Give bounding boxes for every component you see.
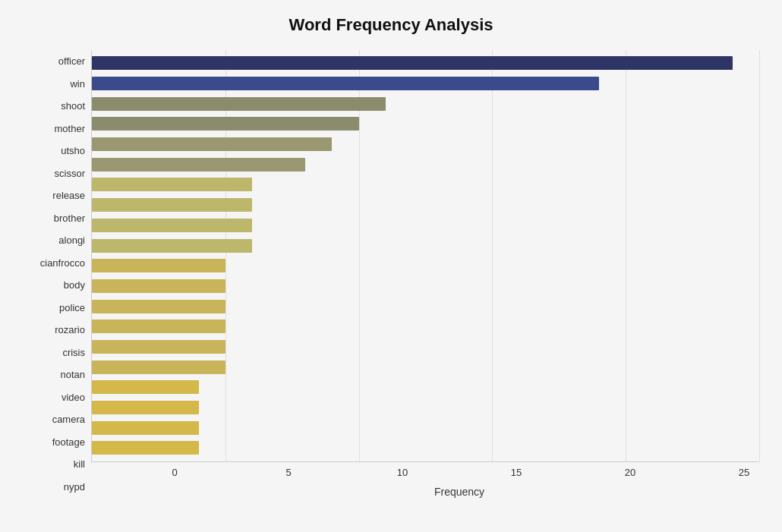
y-label: win [23, 74, 85, 93]
y-label: video [23, 387, 85, 407]
chart-container: Word Frequency Analysis officerwinshootm… [0, 0, 782, 532]
y-axis: officerwinshootmotherutshoscissorrelease… [23, 50, 91, 498]
y-label: mother [23, 118, 85, 138]
bar-row [92, 156, 759, 173]
chart-title: Word Frequency Analysis [23, 15, 759, 35]
bar [92, 360, 225, 374]
bar-row [92, 257, 759, 274]
bar [92, 279, 225, 293]
y-label: camera [23, 410, 85, 430]
bar-row [92, 420, 759, 436]
y-label: notan [23, 365, 85, 385]
bar [92, 259, 225, 272]
bottom-section: 0510152025 Frequency [159, 462, 759, 498]
bar [92, 441, 199, 455]
bar-row [92, 318, 759, 335]
y-label: alongi [23, 231, 85, 250]
y-label: police [23, 297, 85, 317]
bar [92, 380, 199, 394]
y-label: shoot [23, 96, 85, 116]
y-label: release [23, 186, 85, 206]
bar [92, 421, 199, 435]
y-label: rozario [23, 320, 85, 340]
bar-row [92, 115, 759, 132]
x-axis-labels: 0510152025 [159, 467, 759, 478]
y-label: crisis [23, 342, 85, 362]
bar [92, 56, 733, 70]
y-label: kill [23, 455, 85, 474]
bar [92, 137, 332, 151]
bar [92, 300, 225, 313]
x-axis-title: Frequency [159, 486, 759, 498]
chart-area: officerwinshootmotherutshoscissorrelease… [23, 50, 759, 498]
bar-row [92, 96, 759, 112]
bar [92, 198, 252, 212]
bar-row [92, 298, 759, 315]
bar-row [92, 278, 759, 294]
grid-line [759, 50, 760, 461]
x-tick-label: 5 [273, 467, 304, 478]
bar [92, 158, 305, 172]
y-label: utsho [23, 141, 85, 161]
bar [92, 340, 225, 354]
bar [92, 97, 386, 111]
bar [92, 320, 225, 333]
bar-row [92, 338, 759, 355]
x-tick-label: 0 [159, 467, 190, 478]
bar [92, 117, 359, 131]
bar [92, 178, 252, 191]
bar-row [92, 399, 759, 416]
x-tick-label: 25 [729, 467, 759, 478]
y-label: scissor [23, 163, 85, 183]
y-label: nypd [23, 477, 85, 496]
y-label: footage [23, 432, 85, 452]
y-label: body [23, 275, 85, 295]
bar-row [92, 238, 759, 254]
bars-area [92, 50, 759, 461]
bar-row [92, 75, 759, 92]
x-tick-label: 15 [501, 467, 531, 478]
bar-row [92, 197, 759, 213]
bar-row [92, 379, 759, 395]
bar-row [92, 136, 759, 153]
x-tick-label: 20 [615, 467, 645, 478]
y-label: officer [23, 52, 85, 71]
bar-row [92, 439, 759, 456]
bar-row [92, 176, 759, 193]
bar [92, 77, 599, 90]
x-tick-label: 10 [387, 467, 418, 478]
y-label: brother [23, 208, 85, 228]
bar [92, 219, 252, 232]
bar-row [92, 217, 759, 234]
bar-row [92, 359, 759, 376]
plot-area [91, 50, 759, 462]
bar [92, 239, 252, 253]
y-label: cianfrocco [23, 253, 85, 272]
bar-row [92, 55, 759, 71]
bar [92, 401, 199, 414]
